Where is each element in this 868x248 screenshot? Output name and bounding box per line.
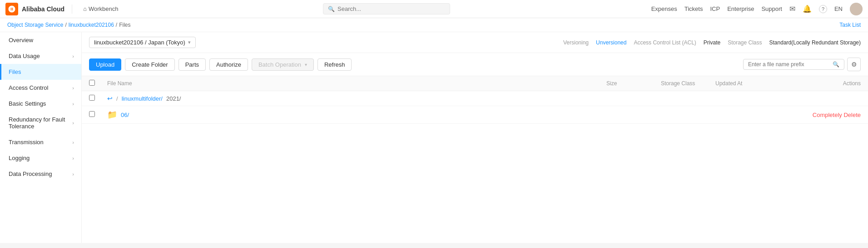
sidebar-item-basic-settings[interactable]: Basic Settings › [0, 96, 81, 112]
batch-operation-label: Batch Operation [258, 61, 301, 68]
tickets-link[interactable]: Tickets [684, 5, 703, 12]
task-list-link[interactable]: Task List [839, 22, 861, 28]
authorize-button[interactable]: Authorize [209, 58, 248, 71]
bucket-selector[interactable]: linuxbucket202106 / Japan (Tokyo) ▾ [89, 37, 196, 48]
icp-link[interactable]: ICP [710, 5, 720, 12]
chevron-right-icon-4: › [72, 120, 74, 126]
workbench-button[interactable]: ⌂ Workbench [79, 4, 122, 14]
locale-selector[interactable]: EN [834, 5, 843, 12]
row-checkbox-2[interactable] [89, 111, 95, 117]
sidebar-item-access-control[interactable]: Access Control › [0, 80, 81, 96]
bucket-meta: Versioning Unversioned Access Control Li… [563, 39, 861, 46]
versioning-label: Versioning [563, 39, 589, 46]
chevron-right-icon-2: › [72, 85, 74, 91]
table-settings-button[interactable]: ⚙ [847, 58, 861, 71]
search-wrapper: 🔍 [323, 3, 450, 15]
upload-button[interactable]: Upload [89, 58, 121, 71]
row-actions-2: Completely Delete [806, 112, 861, 118]
sidebar-item-logging[interactable]: Logging › [0, 150, 81, 166]
back-slash: / [116, 95, 118, 102]
header-filename: File Name [107, 80, 606, 87]
bucket-header: linuxbucket202106 / Japan (Tokyo) ▾ Vers… [82, 32, 868, 53]
breadcrumb-bucket[interactable]: linuxbucket202106 [69, 22, 114, 28]
sidebar-overview-label: Overview [9, 37, 33, 44]
row-checkbox-col-2 [89, 111, 107, 118]
table-row: ↩ / linuxmultifolder/ 2021/ [82, 91, 868, 106]
file-name-search-input[interactable] [748, 61, 830, 68]
header-checkbox-col [89, 80, 107, 87]
breadcrumb-page: Files [119, 22, 130, 28]
chevron-down-icon: ▾ [188, 39, 191, 45]
batch-operation-button[interactable]: Batch Operation ▾ [252, 58, 314, 71]
file-search-icon: 🔍 [833, 61, 839, 68]
header-size: Size [606, 80, 661, 87]
row-checkbox-col [89, 95, 107, 102]
chevron-right-icon-6: › [72, 156, 74, 161]
gear-icon: ⚙ [851, 61, 857, 68]
content-area: linuxbucket202106 / Japan (Tokyo) ▾ Vers… [82, 32, 868, 243]
sidebar-data-processing-label: Data Processing [9, 170, 52, 177]
acl-label: Access Control List (ACL) [634, 39, 696, 46]
header-actions: Actions [806, 80, 861, 87]
batch-dropdown-icon: ▾ [305, 62, 307, 67]
table-header: File Name Size Storage Class Updated At … [82, 76, 868, 91]
logo-svg [8, 5, 16, 13]
sidebar-item-overview[interactable]: Overview [0, 32, 81, 48]
versioning-value: Unversioned [596, 39, 626, 46]
sidebar: Overview Data Usage › Files Access Contr… [0, 32, 82, 243]
sidebar-access-control-label: Access Control [9, 84, 48, 91]
chevron-right-icon-7: › [72, 171, 74, 177]
sidebar-item-transmission[interactable]: Transmission › [0, 134, 81, 150]
search-input[interactable] [337, 5, 445, 12]
header-storage-class: Storage Class [661, 80, 715, 87]
sidebar-item-redundancy[interactable]: Redundancy for Fault Tolerance › [0, 112, 81, 134]
storage-class-label: Storage Class [728, 39, 762, 46]
main-layout: Overview Data Usage › Files Access Contr… [0, 32, 868, 243]
nav-right: Expenses Tickets ICP Enterprise Support … [651, 3, 863, 15]
sidebar-item-data-usage[interactable]: Data Usage › [0, 48, 81, 64]
chevron-right-icon: › [72, 53, 74, 59]
breadcrumb-sep2: / [116, 22, 117, 28]
breadcrumb-service[interactable]: Object Storage Service [7, 22, 63, 28]
back-arrow-icon[interactable]: ↩ [107, 95, 113, 102]
header-updated-at: Updated At [715, 80, 806, 87]
back-folder-link[interactable]: linuxmultifolder/ [122, 95, 163, 102]
support-link[interactable]: Support [761, 5, 782, 12]
alibaba-logo-icon [5, 3, 18, 15]
help-icon[interactable]: ? [819, 5, 827, 13]
sidebar-item-data-processing[interactable]: Data Processing › [0, 166, 81, 182]
create-folder-button[interactable]: Create Folder [125, 58, 174, 71]
select-all-checkbox[interactable] [89, 80, 95, 86]
bell-icon[interactable]: 🔔 [803, 5, 812, 13]
sidebar-basic-settings-label: Basic Settings [9, 100, 46, 107]
row-checkbox-1[interactable] [89, 95, 95, 101]
toolbar: Upload Create Folder Parts Authorize Bat… [82, 53, 868, 76]
chevron-right-icon-5: › [72, 140, 74, 145]
folder-row-name-cell: 📁 06/ [107, 110, 606, 120]
breadcrumb: Object Storage Service / linuxbucket2021… [0, 18, 868, 32]
refresh-button[interactable]: Refresh [317, 58, 352, 71]
sidebar-redundancy-label: Redundancy for Fault Tolerance [9, 116, 72, 130]
sidebar-data-usage-label: Data Usage [9, 53, 40, 59]
sidebar-item-files[interactable]: Files [0, 64, 81, 80]
workbench-label: Workbench [89, 5, 119, 12]
expenses-link[interactable]: Expenses [651, 5, 677, 12]
enterprise-link[interactable]: Enterprise [727, 5, 754, 12]
file-table: File Name Size Storage Class Updated At … [82, 76, 868, 124]
sidebar-logging-label: Logging [9, 155, 30, 161]
chevron-right-icon-3: › [72, 101, 74, 107]
storage-class-value: Standard(Locally Redundant Storage) [769, 39, 861, 46]
parts-button[interactable]: Parts [179, 58, 206, 71]
folder-link[interactable]: 06/ [121, 112, 129, 118]
breadcrumb-sep1: / [65, 22, 66, 28]
back-row-name-cell: ↩ / linuxmultifolder/ 2021/ [107, 95, 606, 102]
acl-value: Private [704, 39, 720, 46]
completely-delete-link[interactable]: Completely Delete [813, 112, 861, 118]
back-path: 2021/ [166, 95, 181, 102]
search-icon: 🔍 [328, 6, 335, 12]
bucket-selector-label: linuxbucket202106 / Japan (Tokyo) [94, 39, 185, 46]
logo-text: Alibaba Cloud [22, 5, 64, 13]
search-area: 🔍 [129, 3, 644, 15]
user-avatar[interactable] [850, 3, 863, 15]
mail-icon[interactable]: ✉ [789, 5, 795, 13]
